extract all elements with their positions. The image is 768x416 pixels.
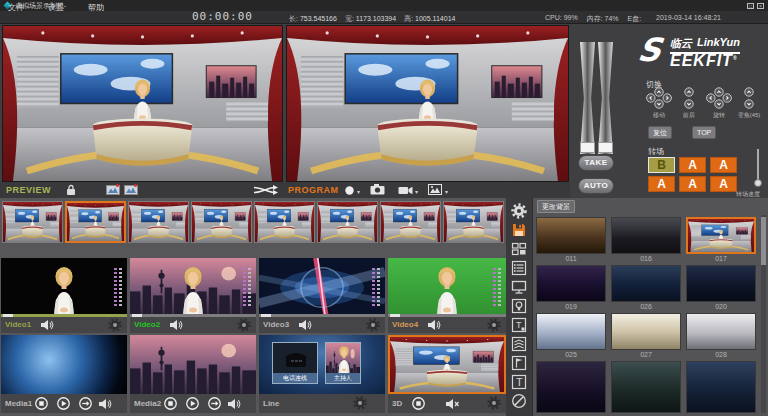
gallery-item[interactable] (536, 361, 606, 413)
loop-button[interactable] (208, 397, 221, 410)
transition-button-a1[interactable]: A (679, 157, 706, 173)
gear-icon[interactable] (487, 318, 501, 332)
filmstrip-thumb[interactable] (254, 201, 315, 243)
stop-button[interactable] (412, 397, 425, 410)
camcorder-icon[interactable] (398, 186, 413, 195)
speaker-mute-icon[interactable] (446, 399, 459, 409)
top-button[interactable]: TOP (692, 126, 716, 139)
speaker-icon[interactable] (41, 320, 54, 330)
threed-thumbnail[interactable] (388, 335, 506, 394)
swap-preview-program-icon[interactable] (252, 184, 278, 196)
reset-button[interactable]: 复位 (648, 126, 672, 139)
layers-icon[interactable] (511, 336, 527, 352)
video2-thumbnail[interactable] (130, 258, 256, 317)
gallery-tab[interactable]: 更改背景 (537, 200, 575, 213)
speaker-icon[interactable] (99, 399, 112, 409)
play-button[interactable] (57, 397, 70, 410)
picture-caret-icon[interactable]: ▾ (445, 188, 448, 195)
close-button[interactable]: × (757, 3, 764, 9)
gallery-item[interactable]: 025 (536, 313, 606, 360)
gallery-item[interactable] (611, 361, 681, 413)
gear-icon[interactable] (366, 318, 380, 332)
effect-image-icon-2[interactable] (124, 184, 138, 195)
camcorder-caret-icon[interactable]: ▾ (415, 188, 418, 195)
playlist-icon[interactable] (511, 260, 527, 276)
rotate-pad[interactable] (706, 87, 732, 109)
stop-button[interactable] (35, 397, 48, 410)
transition-button-a3[interactable]: A (648, 176, 675, 192)
draw-pen-icon[interactable] (511, 393, 527, 409)
filmstrip-thumb[interactable] (443, 201, 504, 243)
filmstrip-thumb[interactable] (380, 201, 441, 243)
record-caret-icon[interactable]: ▾ (357, 188, 360, 195)
dolly-pad-label: 前后 (676, 111, 702, 120)
speaker-icon[interactable] (170, 320, 183, 330)
take-button[interactable]: TAKE (578, 155, 614, 171)
transition-button-b[interactable]: B (648, 157, 675, 173)
filmstrip-thumb[interactable] (317, 201, 378, 243)
gallery-item-selected[interactable]: 017 (686, 217, 756, 264)
settings-gear-icon[interactable] (511, 203, 527, 219)
transition-button-a2[interactable]: A (710, 157, 737, 173)
media2-name: Media2 (134, 399, 161, 408)
gallery-item[interactable]: 016 (611, 217, 681, 264)
flag-icon[interactable] (511, 355, 527, 371)
menu-settings[interactable]: 设置 (48, 2, 64, 13)
speaker-icon[interactable] (228, 399, 241, 409)
line-host-source[interactable]: 主持人 (325, 342, 361, 384)
menu-help[interactable]: 帮助 (88, 2, 104, 13)
zoom-pad[interactable] (744, 87, 754, 109)
gallery-item[interactable] (686, 361, 756, 413)
speaker-icon[interactable] (299, 320, 312, 330)
monitor-icon[interactable] (511, 279, 527, 295)
move-pad[interactable] (646, 87, 672, 109)
filmstrip-thumb-selected[interactable] (65, 201, 126, 243)
media1-thumbnail[interactable] (1, 335, 127, 394)
gallery-scrollbar[interactable] (761, 215, 766, 413)
filmstrip-thumb[interactable] (2, 201, 63, 243)
transition-speed-knob[interactable] (754, 179, 762, 187)
light-icon[interactable] (511, 298, 527, 314)
gear-icon[interactable] (237, 318, 251, 332)
width-value: 1173.103394 (356, 15, 396, 22)
video3-thumbnail[interactable] (259, 258, 385, 317)
menu-file[interactable]: 文件 (8, 2, 24, 13)
multiview-icon[interactable] (511, 241, 527, 257)
video4-thumbnail[interactable] (388, 258, 506, 317)
subtitle-icon[interactable]: T (511, 317, 527, 333)
filmstrip-thumb[interactable] (128, 201, 189, 243)
play-button[interactable] (186, 397, 199, 410)
gallery-item[interactable]: 026 (611, 265, 681, 312)
auto-button[interactable]: AUTO (578, 178, 614, 194)
gallery-item[interactable]: 027 (611, 313, 681, 360)
dolly-pad[interactable] (684, 87, 694, 109)
lock-icon[interactable] (66, 184, 76, 196)
tbar-handle-left[interactable] (580, 142, 595, 153)
record-icon[interactable] (345, 186, 354, 195)
snapshot-camera-icon[interactable] (370, 184, 385, 195)
maximize-button[interactable]: □ (747, 3, 754, 9)
loop-button[interactable] (79, 397, 92, 410)
stop-button[interactable] (164, 397, 177, 410)
gallery-item[interactable]: 011 (536, 217, 606, 264)
video1-thumbnail[interactable] (1, 258, 127, 317)
line-phone-source[interactable]: 电话连线 (272, 342, 318, 384)
gear-icon[interactable] (108, 318, 122, 332)
save-icon[interactable] (511, 222, 527, 238)
effect-image-icon-1[interactable] (106, 184, 120, 195)
vu-meter (377, 266, 380, 306)
media2-thumbnail[interactable] (130, 335, 256, 394)
text-icon[interactable]: T (511, 374, 527, 390)
speaker-icon[interactable] (428, 320, 441, 330)
gallery-item[interactable]: 019 (536, 265, 606, 312)
gallery-item[interactable]: 020 (686, 265, 756, 312)
picture-export-icon[interactable] (428, 184, 442, 195)
gear-icon[interactable] (353, 396, 367, 410)
gallery-item[interactable]: 028 (686, 313, 756, 360)
transition-button-a5[interactable]: A (710, 176, 737, 192)
filmstrip-thumb[interactable] (191, 201, 252, 243)
gear-icon[interactable] (487, 396, 501, 410)
program-monitor (286, 25, 569, 182)
transition-button-a4[interactable]: A (679, 176, 706, 192)
tbar-handle-right[interactable] (598, 142, 613, 153)
